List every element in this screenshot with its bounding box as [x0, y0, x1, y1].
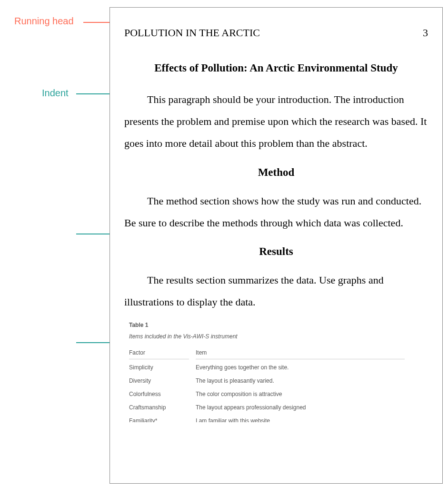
document-page: POLLUTION IN THE ARCTIC 3 Effects of Pol…	[110, 7, 443, 484]
table-cell-factor: Colorfulness	[129, 391, 196, 397]
table-col-item-header: Item	[196, 349, 428, 356]
table-cell-item: The color composition is attractive	[196, 391, 428, 397]
page-header-row: POLLUTION IN THE ARCTIC 3	[124, 27, 428, 39]
table-header-row: Factor Item	[129, 349, 428, 364]
results-paragraph: The results section summarizes the data.…	[124, 269, 428, 313]
table-row: Simplicity Everything goes together on t…	[129, 364, 428, 377]
table-header-rule	[129, 359, 189, 359]
method-paragraph: The method section shows how the study w…	[124, 190, 428, 234]
table-cell-item: Everything goes together on the site.	[196, 364, 428, 371]
table-label: Table 1	[129, 322, 428, 328]
annotation-running-head: Running head	[14, 16, 74, 27]
table-header-rule	[196, 359, 405, 359]
paper-title: Effects of Pollution: An Arctic Environm…	[124, 62, 428, 74]
page-number: 3	[423, 27, 428, 39]
table-cell-item: The layout is pleasantly varied.	[196, 377, 428, 384]
table-col-factor-header: Factor	[129, 349, 196, 356]
table-row: Familiarity* I am familiar with this web…	[129, 417, 428, 422]
table-cell-factor: Simplicity	[129, 364, 196, 371]
table-cell-factor: Craftsmanship	[129, 404, 196, 411]
annotation-indent: Indent	[42, 88, 69, 99]
intro-paragraph: This paragraph should be your introducti…	[124, 89, 428, 155]
table-block: Table 1 Items included in the Vis-AWI-S …	[124, 322, 428, 422]
table-title: Items included in the Vis-AWI-S instrume…	[129, 333, 428, 340]
table-cell-factor: Diversity	[129, 377, 196, 384]
running-head-text: POLLUTION IN THE ARCTIC	[124, 27, 260, 39]
section-heading-method: Method	[124, 166, 428, 179]
section-heading-results: Results	[124, 245, 428, 258]
table-row: Craftsmanship The layout appears profess…	[129, 404, 428, 417]
table-row: Colorfulness The color composition is at…	[129, 391, 428, 404]
table-cell-item: The layout appears professionally design…	[196, 404, 428, 411]
table-row: Diversity The layout is pleasantly varie…	[129, 377, 428, 391]
